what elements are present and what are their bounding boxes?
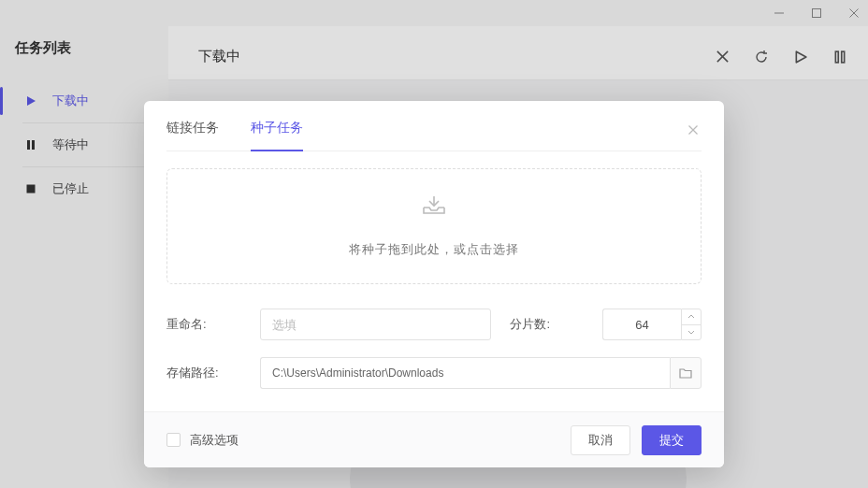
rename-input[interactable] <box>260 309 491 340</box>
rename-label: 重命名: <box>166 316 260 333</box>
shards-label: 分片数: <box>510 316 550 333</box>
inbox-icon <box>421 194 447 221</box>
path-input[interactable] <box>260 357 670 389</box>
advanced-label: 高级选项 <box>190 432 239 449</box>
advanced-checkbox[interactable] <box>166 433 181 447</box>
stepper-up-icon[interactable] <box>682 309 701 325</box>
stepper-down-icon[interactable] <box>682 325 701 340</box>
shards-input[interactable] <box>602 309 681 340</box>
add-task-dialog: 链接任务 种子任务 将种子拖到此处， <box>144 101 724 467</box>
path-label: 存储路径: <box>166 365 260 381</box>
tab-torrent-task[interactable]: 种子任务 <box>251 120 303 151</box>
dialog-close-icon[interactable] <box>685 122 702 138</box>
torrent-dropzone[interactable]: 将种子拖到此处，或点击选择 <box>166 168 702 284</box>
browse-folder-icon[interactable] <box>670 357 702 389</box>
tab-link-task[interactable]: 链接任务 <box>166 120 219 151</box>
submit-button[interactable]: 提交 <box>642 425 702 455</box>
modal-overlay: 链接任务 种子任务 将种子拖到此处， <box>0 0 868 488</box>
advanced-options[interactable]: 高级选项 <box>166 432 239 449</box>
dropzone-label: 将种子拖到此处，或点击选择 <box>349 241 519 258</box>
shards-stepper <box>681 309 702 340</box>
dialog-tabs: 链接任务 种子任务 <box>166 120 702 151</box>
cancel-button[interactable]: 取消 <box>571 425 630 455</box>
